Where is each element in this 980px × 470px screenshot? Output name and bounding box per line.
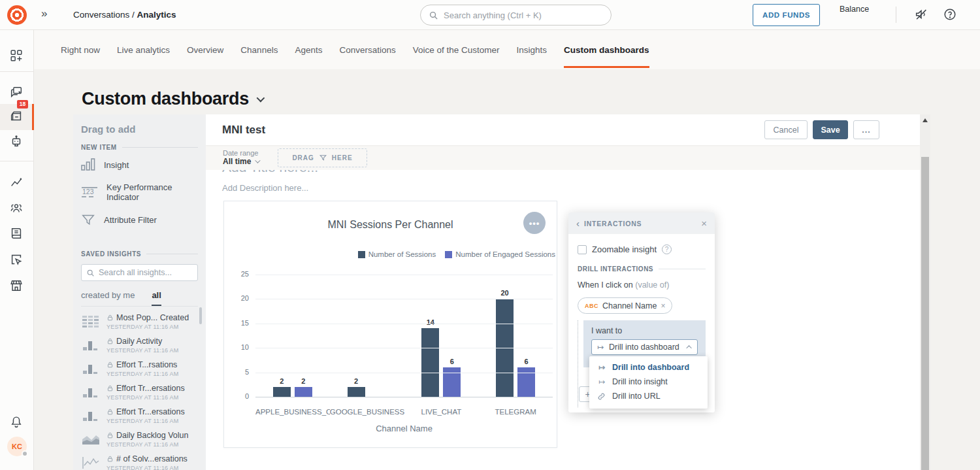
insight-meta: Most Pop... CreatedYESTERDAY AT 11:16 AM (106, 313, 189, 330)
tab-voice-of-the-customer[interactable]: Voice of the Customer (413, 32, 500, 68)
attribute-chip[interactable]: ABC Channel Name × (578, 297, 672, 314)
insight-thumbnail-table (81, 314, 101, 329)
scroll-up-arrow-icon[interactable] (923, 118, 928, 122)
scrollbar-thumb[interactable] (921, 157, 929, 470)
tickets-inbox-icon[interactable] (9, 109, 25, 125)
global-search[interactable] (420, 5, 612, 25)
visitors-icon[interactable] (9, 252, 25, 268)
drill-option-drill-into-url[interactable]: Drill into URL (589, 389, 708, 403)
insight-timestamp: YESTERDAY AT 11:16 AM (106, 324, 189, 330)
insights-filter-tabs: created by meall (81, 288, 198, 307)
bar-number-of-sessions[interactable] (421, 328, 439, 397)
help-icon[interactable] (943, 7, 958, 23)
insight-list-item[interactable]: Daily Backlog VolunYESTERDAY AT 11:16 AM (73, 428, 206, 451)
dashboard-description-placeholder[interactable]: Add Description here... (222, 183, 308, 193)
y-tick-label: 25 (224, 270, 249, 278)
date-range-label: Date range (223, 149, 259, 157)
more-options-button[interactable]: ... (853, 120, 879, 139)
insight-title-text: Daily Activity (116, 337, 162, 346)
tab-custom-dashboards[interactable]: Custom dashboards (564, 32, 649, 68)
knowledge-base-icon[interactable] (9, 226, 25, 242)
tab-insights[interactable]: Insights (517, 32, 547, 68)
insight-list-item[interactable]: Daily ActivityYESTERDAY AT 11:16 AM (73, 333, 206, 357)
bar-value-label: 2 (280, 377, 284, 385)
legend-label: Number of Engaged Sessions (455, 250, 555, 258)
chats-icon[interactable] (9, 85, 25, 101)
here-word: HERE (332, 154, 353, 161)
filter-tab-created-by-me[interactable]: created by me (81, 288, 135, 306)
insight-list-item[interactable]: Effort T...rsationsYESTERDAY AT 11:16 AM (73, 357, 206, 380)
drill-action-dropdown[interactable]: ↦ Drill into dashboard (591, 339, 698, 355)
widget-menu-button[interactable]: ••• (523, 212, 546, 234)
page-title-dropdown[interactable]: Custom dashboards (82, 89, 263, 109)
breadcrumb-parent[interactable]: Conversations / (73, 10, 135, 20)
tab-channels[interactable]: Channels (240, 32, 278, 68)
analytics-chart-icon[interactable] (9, 175, 25, 190)
add-funds-button[interactable]: ADD FUNDS (753, 4, 820, 26)
bot-icon[interactable] (9, 134, 25, 150)
help-icon[interactable]: ? (662, 244, 672, 254)
insight-list-item[interactable]: # of Solv...ersationsYESTERDAY AT 11:16 … (73, 451, 206, 470)
tab-agents[interactable]: Agents (295, 32, 322, 68)
search-input[interactable] (444, 10, 603, 20)
tab-conversations[interactable]: Conversations (339, 32, 395, 68)
bar-chart-icon (81, 157, 95, 173)
save-button[interactable]: Save (813, 120, 848, 139)
marketplace-icon[interactable] (9, 278, 25, 294)
customers-icon[interactable] (9, 201, 25, 216)
chevron-down-icon (255, 158, 261, 163)
x-category-label: LIVE_CHAT (404, 408, 479, 416)
back-chevron-icon[interactable]: ‹ (576, 218, 580, 228)
breadcrumb[interactable]: Conversations / Analytics (73, 10, 176, 20)
drill-into-icon: ↦ (597, 377, 606, 386)
filter-tab-all[interactable]: all (152, 288, 161, 306)
insight-list-item[interactable]: Most Pop... CreatedYESTERDAY AT 11:16 AM (73, 310, 206, 333)
rail-divider (0, 71, 34, 72)
mute-sound-icon[interactable] (914, 7, 930, 23)
legend-item[interactable]: Number of Sessions (358, 250, 436, 258)
cancel-button[interactable]: Cancel (764, 120, 808, 139)
insight-meta: Effort Tr...ersationsYESTERDAY AT 11:16 … (106, 384, 185, 401)
new-item-insight[interactable]: Insight (81, 151, 198, 178)
date-range-filter[interactable]: Date range All time (223, 149, 259, 166)
bar-number-of-sessions[interactable] (273, 387, 291, 397)
legend-item[interactable]: Number of Engaged Sessions (445, 250, 555, 258)
drill-option-drill-into-dashboard[interactable]: ↦Drill into dashboard (589, 360, 708, 375)
expand-sidebar-icon[interactable]: » (41, 7, 47, 20)
zoomable-insight-label: Zoomable insight (592, 244, 657, 254)
lock-icon (106, 337, 114, 345)
bar-number-of-engaged-sessions[interactable] (295, 387, 312, 397)
remove-attribute-icon[interactable]: × (661, 301, 665, 311)
new-item-attribute-filter[interactable]: Attribute Filter (81, 206, 198, 233)
user-avatar[interactable]: KC (7, 437, 27, 456)
tab-right-now[interactable]: Right now (61, 32, 100, 68)
insight-meta: Daily Backlog VolunYESTERDAY AT 11:16 AM (106, 431, 188, 448)
chart-title: MNI Sessions Per Channel (224, 219, 557, 231)
bar-number-of-sessions[interactable] (348, 387, 365, 397)
notifications-bell-icon[interactable] (9, 414, 25, 430)
insights-search-input[interactable] (99, 268, 193, 277)
drill-option-drill-into-insight[interactable]: ↦Drill into insight (589, 375, 708, 389)
close-icon[interactable]: × (701, 218, 707, 228)
funnel-icon (319, 154, 327, 162)
insight-list-item[interactable]: Effort Tr...ersationsYESTERDAY AT 11:16 … (73, 404, 206, 428)
insights-search[interactable] (81, 264, 198, 281)
chart-x-labels: APPLE_BUSINESS_C...GOOGLE_BUSINESS...LIV… (255, 408, 553, 416)
drill-interactions-section-label: DRILL INTERACTIONS (578, 265, 706, 273)
drill-action-value: Drill into dashboard (609, 343, 683, 352)
brand-logo-icon[interactable] (7, 5, 27, 25)
funnel-icon (81, 212, 95, 227)
x-category-label: GOOGLE_BUSINESS... (330, 408, 404, 416)
insight-list-item[interactable]: Effort Tr...ersationsYESTERDAY AT 11:16 … (73, 380, 206, 404)
insight-widget-card[interactable]: MNI Sessions Per Channel ••• Number of S… (223, 201, 557, 448)
new-item-key-performance-indicator[interactable]: 123Key Performance Indicator (81, 178, 198, 206)
insights-list-scrollbar[interactable] (199, 307, 202, 324)
y-tick-label: 20 (224, 294, 249, 302)
zoomable-insight-checkbox[interactable] (578, 245, 587, 254)
tab-overview[interactable]: Overview (187, 32, 223, 68)
legend-swatch (358, 251, 365, 258)
main-scrollbar[interactable] (920, 114, 930, 470)
attribute-filter-drop-zone[interactable]: DRAG HERE (278, 148, 367, 167)
apps-add-icon[interactable] (9, 48, 25, 64)
tab-live-analytics[interactable]: Live analytics (117, 32, 170, 68)
